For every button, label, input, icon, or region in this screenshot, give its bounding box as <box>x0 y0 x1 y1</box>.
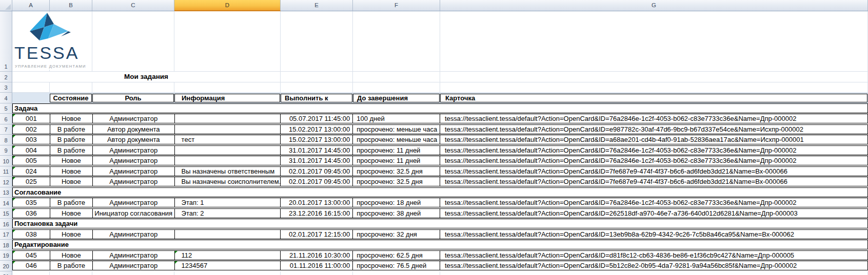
row-header-20[interactable]: 20 <box>0 261 12 271</box>
column-header-E[interactable]: E <box>281 0 353 11</box>
cell-B19[interactable]: Новое <box>50 251 93 260</box>
cell-F8[interactable]: просрочено: меньше часа <box>353 135 440 144</box>
cell-A17[interactable]: 038 <box>13 230 50 239</box>
header-cell-info[interactable]: Информация <box>174 94 280 102</box>
cell-C3[interactable] <box>92 82 174 93</box>
row-header-21[interactable]: 21 <box>0 271 12 275</box>
cell-E3[interactable] <box>281 82 353 93</box>
cell-D8[interactable]: тест <box>175 135 281 144</box>
row-header-15[interactable]: 15 <box>0 208 12 219</box>
cell-C1[interactable] <box>92 11 174 72</box>
cell-B6[interactable]: Новое <box>50 114 93 123</box>
header-cell-remaining[interactable]: До завершения <box>353 94 440 102</box>
cell-D3[interactable] <box>174 82 281 93</box>
column-header-C[interactable]: C <box>92 0 174 11</box>
select-all-corner[interactable] <box>0 0 12 11</box>
row-header-10[interactable]: 10 <box>0 156 12 166</box>
cell-E7[interactable]: 15.02.2017 13:00:00 <box>281 125 353 134</box>
row-header-13[interactable]: 13 <box>0 187 12 198</box>
cell-D12[interactable]: Вы назначены соисполнителем. <box>175 177 281 186</box>
column-header-A[interactable]: A <box>12 0 50 11</box>
row-header-6[interactable]: 6 <box>0 114 12 124</box>
cell-B7[interactable]: В работе <box>50 125 93 134</box>
cell-E17[interactable]: 02.01.2017 12:15:00 <box>281 230 353 239</box>
cell-A11[interactable]: 024 <box>13 167 50 176</box>
cell-A10[interactable]: 005 <box>13 156 50 165</box>
header-cell-card[interactable]: Карточка <box>440 94 867 102</box>
header-cell-state[interactable]: Состояние <box>50 94 92 102</box>
cell-A6[interactable]: 001 <box>13 114 50 123</box>
cell-D21[interactable] <box>174 271 281 275</box>
row-header-9[interactable]: 9 <box>0 145 12 156</box>
row-header-5[interactable]: 5 <box>0 103 12 114</box>
cell-A7[interactable]: 002 <box>13 125 50 134</box>
cell-C19[interactable]: Администратор <box>93 251 175 260</box>
cell-D11[interactable]: Вы назначены ответственным <box>175 167 281 176</box>
cell-E1[interactable] <box>281 11 353 72</box>
cell-D10[interactable] <box>175 156 281 165</box>
cell-F6[interactable]: 100 дней <box>353 114 440 123</box>
cell-B11[interactable]: Новое <box>50 167 93 176</box>
cell-A12[interactable]: 025 <box>13 177 50 186</box>
cell-C7[interactable]: Автор документа <box>93 125 175 134</box>
cell-G17[interactable]: tessa://tessaclient.tessa/default?Action… <box>440 230 867 239</box>
cell-F9[interactable]: просрочено: 11 дней <box>353 146 440 155</box>
cell-G14[interactable]: tessa://tessaclient.tessa/default?Action… <box>440 198 867 207</box>
cell-G11[interactable]: tessa://tessaclient.tessa/default?Action… <box>440 167 867 176</box>
row-header-19[interactable]: 19 <box>0 250 12 261</box>
cell-E20[interactable]: 01.11.2016 11:00:00 <box>281 261 353 270</box>
cell-G15[interactable]: tessa://tessaclient.tessa/default?Action… <box>440 209 867 218</box>
cell-D17[interactable] <box>175 230 281 239</box>
cell-C9[interactable]: Администратор <box>93 146 175 155</box>
cell-F11[interactable]: просрочено: 32.5 дня <box>353 167 440 176</box>
cell-F12[interactable]: просрочено: 32.5 дня <box>353 177 440 186</box>
cell-D7[interactable] <box>175 125 281 134</box>
cell-C15[interactable]: Инициатор согласования <box>93 209 175 218</box>
cell-B15[interactable]: Новое <box>50 209 93 218</box>
column-header-G[interactable]: G <box>440 0 868 11</box>
cell-C17[interactable]: Администратор <box>93 230 175 239</box>
cell-G1[interactable] <box>440 11 868 72</box>
row-header-8[interactable]: 8 <box>0 135 12 145</box>
cell-G8[interactable]: tessa://tessaclient.tessa/default?Action… <box>440 135 867 144</box>
cell-B20[interactable]: В работе <box>50 261 93 270</box>
cell-E12[interactable]: 02.01.2017 09:45:00 <box>281 177 353 186</box>
cell-C14[interactable]: Администратор <box>93 198 175 207</box>
cell-A20[interactable]: 046 <box>13 261 50 270</box>
row-header-7[interactable]: 7 <box>0 124 12 135</box>
cell-G21[interactable] <box>440 271 868 275</box>
cell-D20[interactable]: 1234567 <box>175 261 281 270</box>
cell-A15[interactable]: 036 <box>13 209 50 218</box>
cell-F15[interactable]: просрочено: 38 дней <box>353 209 440 218</box>
cell-B12[interactable]: Новое <box>50 177 93 186</box>
row-header-18[interactable]: 18 <box>0 240 12 250</box>
cell-G6[interactable]: tessa://tessaclient.tessa/default?Action… <box>440 114 867 123</box>
row-header-17[interactable]: 17 <box>0 229 12 240</box>
cell-G19[interactable]: tessa://tessaclient.tessa/default?Action… <box>440 251 867 260</box>
row-header-12[interactable]: 12 <box>0 177 12 187</box>
cell-F17[interactable]: просрочено: 32 дня <box>353 230 440 239</box>
cell-E21[interactable] <box>281 271 353 275</box>
cell-C10[interactable]: Администратор <box>93 156 175 165</box>
cell-E10[interactable]: 31.01.2017 14:45:00 <box>281 156 353 165</box>
cell-B8[interactable]: В работе <box>50 135 93 144</box>
cell-D1[interactable] <box>174 11 281 72</box>
cell-A14[interactable]: 035 <box>13 198 50 207</box>
cell-B17[interactable]: Новое <box>50 230 93 239</box>
cell-G3[interactable] <box>440 82 868 93</box>
cell-G7[interactable]: tessa://tessaclient.tessa/default?Action… <box>440 125 867 134</box>
cell-E15[interactable]: 23.12.2016 16:15:00 <box>281 209 353 218</box>
cell-A9[interactable]: 004 <box>13 146 50 155</box>
cell-E6[interactable]: 05.07.2017 11:45:00 <box>281 114 353 123</box>
cell-G2[interactable] <box>440 72 868 82</box>
cell-D9[interactable] <box>175 146 281 155</box>
cell-F3[interactable] <box>353 82 440 93</box>
cell-F2[interactable] <box>353 72 440 82</box>
cell-A4[interactable] <box>12 93 50 103</box>
column-header-F[interactable]: F <box>353 0 440 11</box>
cell-C12[interactable]: Администратор <box>93 177 175 186</box>
cell-A19[interactable]: 045 <box>13 251 50 260</box>
cell-F19[interactable]: просрочено: 62.5 дня <box>353 251 440 260</box>
cell-G12[interactable]: tessa://tessaclient.tessa/default?Action… <box>440 177 867 186</box>
cell-G20[interactable]: tessa://tessaclient.tessa/default?Action… <box>440 261 867 270</box>
